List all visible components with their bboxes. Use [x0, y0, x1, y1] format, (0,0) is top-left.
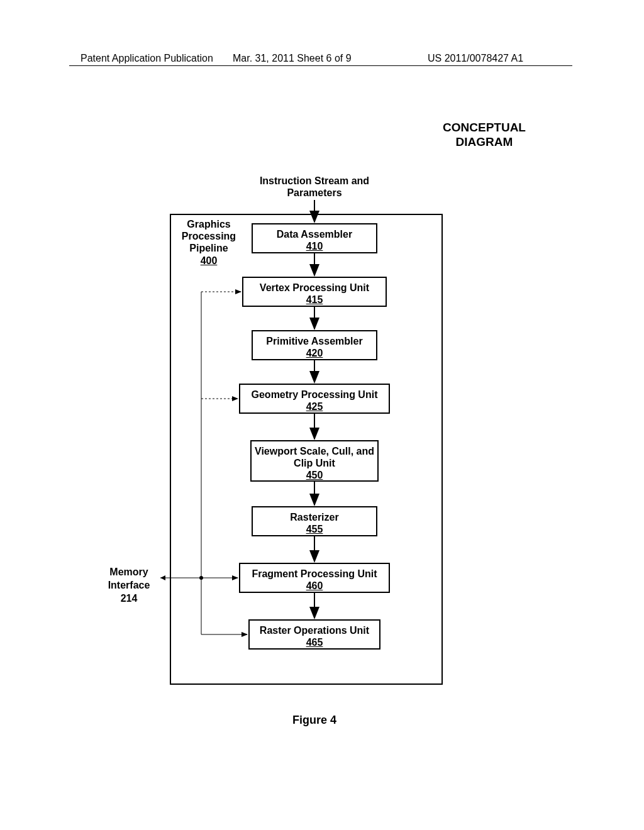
block-title: Vertex Processing Unit: [260, 282, 369, 293]
block-geometry-processing: Geometry Processing Unit 425: [239, 384, 390, 414]
header-right: US 2011/0078427 A1: [428, 53, 523, 64]
memory-title: Memory Interface: [108, 567, 150, 590]
block-num: 455: [306, 524, 323, 534]
pipeline-title: Graphics Processing Pipeline 400: [176, 217, 242, 268]
svg-marker-16: [160, 575, 165, 580]
block-num: 415: [306, 294, 323, 305]
block-rasterizer: Rasterizer 455: [252, 506, 377, 536]
block-title: Raster Operations Unit: [260, 625, 369, 636]
block-vertex-processing: Vertex Processing Unit 415: [242, 277, 387, 307]
block-data-assembler: Data Assembler 410: [252, 223, 377, 253]
block-raster-operations: Raster Operations Unit 465: [248, 619, 380, 650]
memory-interface-label: Memory Interface 214: [101, 566, 157, 605]
block-title: Data Assembler: [277, 229, 352, 240]
conceptual-diagram-label: CONCEPTUAL DIAGRAM: [428, 121, 541, 150]
input-stream-label: Instruction Stream and Parameters: [252, 175, 377, 199]
block-num: 460: [306, 580, 323, 591]
block-title: Rasterizer: [290, 512, 338, 523]
block-viewport-scale-cull-clip: Viewport Scale, Cull, and Clip Unit 450: [250, 440, 379, 482]
pipeline-title-num: 400: [201, 255, 218, 266]
header-left: Patent Application Publication: [80, 53, 213, 64]
block-num: 420: [306, 348, 323, 358]
header-rule: [69, 65, 572, 66]
block-num: 450: [306, 470, 323, 480]
header-mid: Mar. 31, 2011 Sheet 6 of 9: [233, 53, 352, 64]
block-title: Primitive Assembler: [266, 336, 362, 346]
block-num: 425: [306, 401, 323, 412]
block-fragment-processing: Fragment Processing Unit 460: [239, 563, 390, 593]
block-title: Fragment Processing Unit: [252, 568, 377, 579]
block-title: Viewport Scale, Cull, and Clip Unit: [255, 446, 374, 468]
block-num: 410: [306, 241, 323, 252]
block-num: 465: [306, 637, 323, 648]
block-primitive-assembler: Primitive Assembler 420: [252, 330, 377, 360]
pipeline-title-text: Graphics Processing Pipeline: [182, 219, 236, 253]
memory-num: 214: [121, 593, 138, 604]
block-title: Geometry Processing Unit: [252, 389, 378, 400]
figure-caption: Figure 4: [252, 714, 377, 727]
